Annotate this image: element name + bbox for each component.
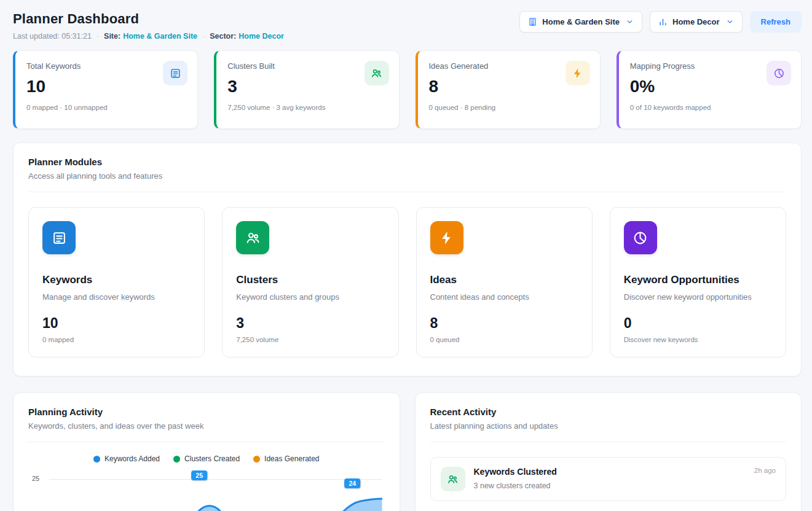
site-selector-dropdown[interactable]: Home & Garden Site	[519, 11, 642, 33]
pie-chart-icon	[624, 221, 657, 254]
activity-item-title: Keywords Clustered	[474, 467, 557, 477]
stat-label: Mapping Progress	[630, 61, 790, 71]
stat-sub: 0 mapped · 10 unmapped	[26, 104, 186, 111]
header-controls: Home & Garden Site Home Decor Refresh	[519, 11, 802, 33]
recent-activity-subtitle: Latest planning actions and updates	[430, 421, 787, 431]
last-updated-text: Last updated: 05:31:21	[13, 32, 92, 41]
planning-activity-title: Planning Activity	[28, 407, 385, 417]
stats-row: Total Keywords 10 0 mapped · 10 unmapped…	[13, 50, 802, 129]
module-description: Manage and discover keywords	[42, 292, 191, 302]
module-description: Content ideas and concepts	[430, 292, 578, 302]
gridline	[49, 479, 382, 480]
planning-activity-head: Planning Activity Keywords, clusters, an…	[28, 407, 385, 442]
site-meta: Site:Home & Garden Site	[104, 32, 197, 41]
legend-dot-icon	[253, 456, 260, 462]
legend-item-clusters-created: Clusters Created	[173, 454, 240, 463]
users-icon	[236, 221, 269, 254]
module-sub: 0 mapped	[42, 336, 191, 343]
site-selector-label: Home & Garden Site	[542, 17, 620, 26]
stat-value: 8	[429, 77, 589, 96]
module-sub: 7,250 volume	[236, 336, 384, 343]
activity-list: Keywords Clustered 3 new clusters create…	[430, 457, 787, 501]
stat-value: 10	[26, 77, 186, 96]
bar-chart-icon	[658, 17, 668, 26]
sector-link[interactable]: Home Decor	[238, 32, 284, 41]
module-sub: Discover new keywords	[624, 336, 772, 343]
module-title: Ideas	[430, 274, 578, 286]
module-card-ideas[interactable]: Ideas Content ideas and concepts 8 0 que…	[416, 207, 593, 357]
lightning-icon	[566, 61, 590, 85]
recent-activity-head: Recent Activity Latest planning actions …	[430, 407, 787, 442]
pie-chart-icon	[767, 61, 791, 85]
module-description: Keyword clusters and groups	[236, 292, 384, 302]
page-title: Planner Dashboard	[13, 11, 284, 27]
sector-selector-dropdown[interactable]: Home Decor	[650, 11, 743, 33]
activity-item-time: 2h ago	[754, 467, 776, 474]
stat-card-total-keywords: Total Keywords 10 0 mapped · 10 unmapped	[13, 50, 198, 129]
stat-sub: 0 queued · 8 pending	[429, 104, 589, 111]
y-axis-tick: 25	[32, 475, 39, 482]
sector-meta: Sector:Home Decor	[210, 32, 284, 41]
legend-dot-icon	[173, 456, 180, 462]
legend-label: Ideas Generated	[264, 454, 319, 463]
stat-card-mapping-progress: Mapping Progress 0% 0 of 10 keywords map…	[617, 50, 802, 129]
sector-selector-label: Home Decor	[672, 17, 720, 26]
planning-activity-subtitle: Keywords, clusters, and ideas over the p…	[28, 421, 385, 431]
legend-item-ideas-generated: Ideas Generated	[253, 454, 319, 463]
module-title: Clusters	[236, 274, 384, 286]
stat-card-ideas-generated: Ideas Generated 8 0 queued · 8 pending	[416, 50, 601, 129]
stat-label: Total Keywords	[26, 61, 186, 71]
bottom-row: Planning Activity Keywords, clusters, an…	[13, 392, 802, 511]
point-label-badge: 25	[191, 470, 207, 480]
module-card-keyword-opportunities[interactable]: Keyword Opportunities Discover new keywo…	[610, 207, 786, 357]
chart-legend: Keywords Added Clusters Created Ideas Ge…	[28, 454, 385, 463]
activity-item-description: 3 new clusters created	[474, 482, 557, 490]
area-chart-svg	[49, 480, 382, 511]
separator-dot: ·	[97, 32, 99, 41]
document-icon	[42, 221, 76, 254]
module-value: 10	[42, 315, 191, 332]
module-value: 0	[624, 315, 772, 332]
header: Planner Dashboard Last updated: 05:31:21…	[13, 11, 802, 41]
legend-item-keywords-added: Keywords Added	[93, 454, 160, 463]
planning-activity-panel: Planning Activity Keywords, clusters, an…	[13, 392, 400, 511]
building-icon	[528, 17, 537, 26]
modules-section-head: Planner Modules Access all planning tool…	[28, 157, 786, 192]
module-title: Keyword Opportunities	[624, 274, 772, 286]
activity-item-content: Keywords Clustered 3 new clusters create…	[474, 467, 557, 490]
planner-modules-panel: Planner Modules Access all planning tool…	[13, 142, 802, 376]
chevron-down-icon	[626, 18, 634, 26]
recent-activity-title: Recent Activity	[430, 407, 787, 417]
module-card-keywords[interactable]: Keywords Manage and discover keywords 10…	[28, 207, 205, 357]
site-link[interactable]: Home & Garden Site	[123, 32, 197, 41]
users-icon	[365, 61, 389, 85]
stat-label: Ideas Generated	[429, 61, 589, 71]
refresh-button[interactable]: Refresh	[750, 11, 802, 33]
separator-dot: ·	[202, 32, 205, 41]
module-title: Keywords	[42, 274, 191, 286]
meta-line: Last updated: 05:31:21 · Site:Home & Gar…	[13, 32, 284, 41]
header-left: Planner Dashboard Last updated: 05:31:21…	[13, 11, 284, 41]
modules-section-subtitle: Access all planning tools and features	[28, 171, 786, 181]
legend-dot-icon	[93, 456, 100, 462]
modules-grid: Keywords Manage and discover keywords 10…	[28, 207, 786, 357]
module-card-clusters[interactable]: Clusters Keyword clusters and groups 3 7…	[222, 207, 398, 357]
document-icon	[163, 61, 187, 85]
modules-section-title: Planner Modules	[28, 157, 786, 167]
stat-sub: 7,250 volume · 3 avg keywords	[227, 104, 387, 111]
module-sub: 0 queued	[430, 336, 578, 343]
legend-label: Clusters Created	[184, 454, 240, 463]
module-description: Discover new keyword opportunities	[624, 292, 772, 302]
stat-card-clusters-built: Clusters Built 3 7,250 volume · 3 avg ke…	[214, 50, 399, 129]
planner-dashboard-page: Planner Dashboard Last updated: 05:31:21…	[0, 0, 812, 511]
stat-value: 3	[227, 77, 387, 96]
legend-label: Keywords Added	[104, 454, 160, 463]
activity-item-keywords-clustered[interactable]: Keywords Clustered 3 new clusters create…	[430, 457, 787, 501]
module-value: 8	[430, 315, 578, 332]
recent-activity-panel: Recent Activity Latest planning actions …	[415, 392, 802, 511]
stat-value: 0%	[630, 77, 790, 96]
stat-sub: 0 of 10 keywords mapped	[630, 104, 790, 111]
point-label-badge: 24	[345, 478, 361, 488]
stat-label: Clusters Built	[227, 61, 387, 71]
chevron-down-icon	[726, 18, 734, 26]
